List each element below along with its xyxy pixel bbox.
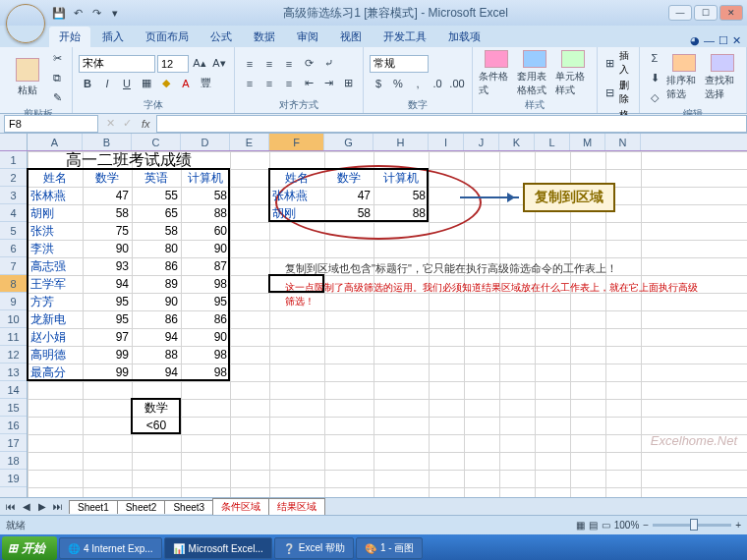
cell[interactable]: 98 <box>181 275 230 293</box>
tab-layout[interactable]: 页面布局 <box>136 27 199 47</box>
col-header[interactable]: G <box>324 134 374 150</box>
cancel-formula-icon[interactable]: ✕ <box>102 117 119 130</box>
indent-dec-icon[interactable]: ⇤ <box>300 75 317 92</box>
cell[interactable]: 86 <box>132 257 181 275</box>
cell[interactable]: 55 <box>132 187 181 204</box>
cell[interactable]: 最高分 <box>28 364 83 381</box>
cell[interactable]: 95 <box>83 293 132 310</box>
row-header[interactable]: 7 <box>0 257 27 275</box>
maximize-button[interactable]: ☐ <box>694 5 718 21</box>
title-cell[interactable]: 高一二班考试成绩 <box>28 151 230 169</box>
border-icon[interactable]: ▦ <box>138 75 155 92</box>
start-button[interactable]: ⊞开始 <box>2 536 57 560</box>
fill-color-icon[interactable]: ◆ <box>157 75 175 92</box>
row-header[interactable]: 11 <box>0 328 27 346</box>
cell[interactable]: 98 <box>181 364 230 381</box>
cell[interactable]: 98 <box>181 346 230 364</box>
wrap-icon[interactable]: ⤶ <box>319 55 337 73</box>
sheet-tab[interactable]: Sheet1 <box>69 500 118 514</box>
cell[interactable]: 张洪 <box>28 222 83 240</box>
row-header[interactable]: 13 <box>0 364 27 381</box>
row-header[interactable]: 10 <box>0 310 27 328</box>
underline-button[interactable]: U <box>118 75 136 92</box>
col-header[interactable]: E <box>230 134 269 150</box>
cell[interactable]: 姓名 <box>28 169 83 187</box>
col-header[interactable]: I <box>429 134 464 150</box>
col-header[interactable]: M <box>570 134 605 150</box>
formula-input[interactable] <box>156 115 747 133</box>
zoom-out-icon[interactable]: − <box>643 520 649 531</box>
cell[interactable]: 李洪 <box>28 240 83 257</box>
col-header[interactable]: B <box>83 134 132 150</box>
cell[interactable]: 姓名 <box>269 169 324 187</box>
row-header[interactable]: 14 <box>0 381 27 399</box>
view-layout-icon[interactable]: ▤ <box>589 520 598 531</box>
row-header[interactable]: 4 <box>0 204 27 222</box>
cell[interactable]: 94 <box>132 328 181 346</box>
cell[interactable]: 88 <box>374 204 429 222</box>
help-icon[interactable]: ◕ <box>690 34 700 47</box>
cell[interactable]: 张林燕 <box>28 187 83 204</box>
row-header[interactable]: 17 <box>0 434 27 452</box>
cell[interactable]: 90 <box>83 240 132 257</box>
cell[interactable]: 王学军 <box>28 275 83 293</box>
doc-min-icon[interactable]: — <box>704 34 715 47</box>
cell[interactable]: 88 <box>132 346 181 364</box>
indent-inc-icon[interactable]: ⇥ <box>319 75 337 92</box>
cell[interactable]: 86 <box>132 310 181 328</box>
comma-icon[interactable]: , <box>409 75 427 92</box>
col-header[interactable]: A <box>28 134 83 150</box>
phonetic-icon[interactable]: 豐 <box>197 75 214 92</box>
col-header[interactable]: K <box>499 134 535 150</box>
align-mid-icon[interactable]: ≡ <box>260 55 278 73</box>
taskbar-item[interactable]: 📊 Microsoft Excel... <box>164 537 272 559</box>
tab-last-icon[interactable]: ⏭ <box>51 501 65 512</box>
qat-save-icon[interactable]: 💾 <box>51 5 67 21</box>
tab-next-icon[interactable]: ▶ <box>35 501 49 512</box>
taskbar-item[interactable]: 🎨 1 - 画图 <box>356 537 423 559</box>
row-header[interactable]: 18 <box>0 452 27 470</box>
dec-decimal-icon[interactable]: .00 <box>448 75 466 92</box>
minimize-button[interactable]: — <box>668 5 692 21</box>
zoom-slider[interactable] <box>653 524 731 527</box>
cell[interactable]: 89 <box>132 275 181 293</box>
number-format-combo[interactable]: 常规 <box>370 55 429 73</box>
cell[interactable]: 99 <box>83 364 132 381</box>
insert-cells-icon[interactable]: ⊞ <box>603 54 617 72</box>
qat-redo-icon[interactable]: ↷ <box>88 5 104 21</box>
taskbar-item[interactable]: 🌐 4 Internet Exp... <box>59 537 162 559</box>
delete-cells-icon[interactable]: ⊟ <box>603 84 617 101</box>
doc-max-icon[interactable]: ☐ <box>718 34 728 47</box>
cell[interactable]: 数学 <box>132 399 181 417</box>
cell[interactable]: 胡刚 <box>28 204 83 222</box>
align-center-icon[interactable]: ≡ <box>260 75 278 92</box>
cell[interactable]: 95 <box>181 293 230 310</box>
merge-icon[interactable]: ⊞ <box>339 75 357 92</box>
zoom-value[interactable]: 100% <box>614 520 640 531</box>
doc-close-icon[interactable]: ✕ <box>732 34 741 47</box>
inc-decimal-icon[interactable]: .0 <box>429 75 446 92</box>
cell[interactable]: 方芳 <box>28 293 83 310</box>
cell[interactable]: 80 <box>132 240 181 257</box>
cell[interactable]: 90 <box>181 328 230 346</box>
tab-first-icon[interactable]: ⏮ <box>4 501 18 512</box>
grow-font-icon[interactable]: A▴ <box>191 55 208 73</box>
row-header[interactable]: 1 <box>0 151 27 169</box>
col-header[interactable]: D <box>181 134 230 150</box>
sort-filter-button[interactable]: 排序和筛选 <box>666 54 702 101</box>
sheet-tab[interactable]: 条件区域 <box>212 498 269 515</box>
cell[interactable]: 58 <box>83 204 132 222</box>
cell[interactable]: 数学 <box>83 169 132 187</box>
view-normal-icon[interactable]: ▦ <box>576 520 585 531</box>
tab-dev[interactable]: 开发工具 <box>374 27 436 47</box>
row-header[interactable]: 3 <box>0 187 27 204</box>
align-top-icon[interactable]: ≡ <box>241 55 259 73</box>
cut-icon[interactable]: ✂ <box>48 49 66 67</box>
col-header[interactable]: J <box>464 134 499 150</box>
align-bot-icon[interactable]: ≡ <box>280 55 298 73</box>
row-header[interactable]: 2 <box>0 169 27 187</box>
tab-view[interactable]: 视图 <box>330 27 372 47</box>
sheet-tab[interactable]: Sheet2 <box>117 500 166 514</box>
align-left-icon[interactable]: ≡ <box>241 75 259 92</box>
cell[interactable]: 高明德 <box>28 346 83 364</box>
